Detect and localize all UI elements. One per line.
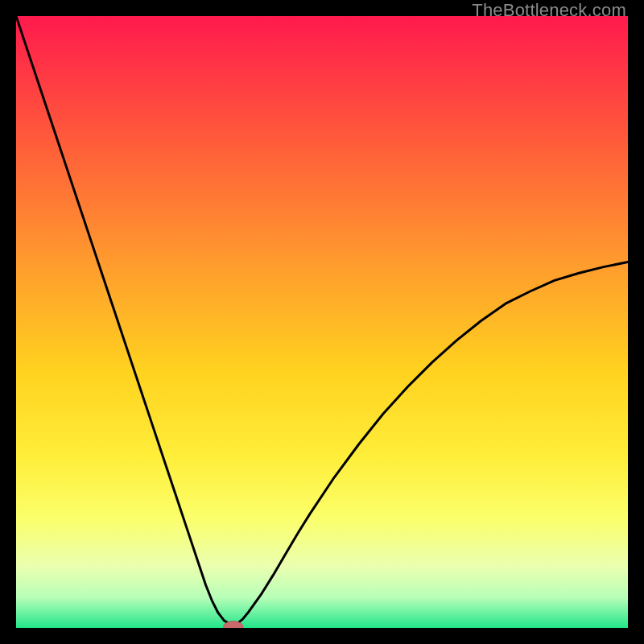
- plot-area: [16, 16, 628, 628]
- gradient-background: [16, 16, 628, 628]
- bottleneck-chart: [16, 16, 628, 628]
- chart-frame: TheBottleneck.com: [0, 0, 644, 644]
- watermark-text: TheBottleneck.com: [472, 0, 626, 21]
